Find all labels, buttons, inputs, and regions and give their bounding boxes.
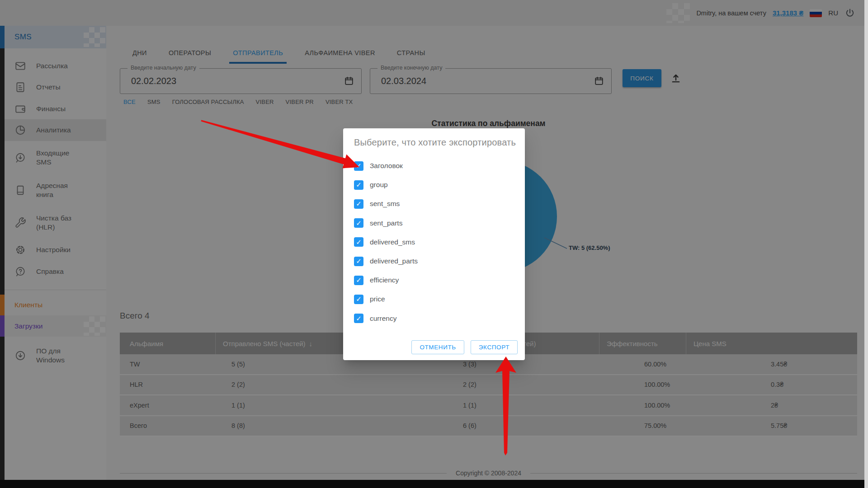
option-delivered-parts[interactable]: ✓ delivered_parts bbox=[354, 252, 514, 271]
option-price[interactable]: ✓ price bbox=[354, 290, 514, 309]
dialog-title: Выберите, что хотите экспортировать bbox=[354, 137, 516, 148]
option-label: sent_parts bbox=[370, 219, 402, 227]
option-label: delivered_parts bbox=[370, 257, 418, 265]
checkbox-checked-icon[interactable]: ✓ bbox=[354, 314, 363, 323]
option-sent-sms[interactable]: ✓ sent_sms bbox=[354, 194, 514, 213]
option-label: price bbox=[370, 295, 385, 303]
export-dialog: Выберите, что хотите экспортировать ✓ За… bbox=[343, 128, 525, 360]
checkbox-checked-icon[interactable]: ✓ bbox=[354, 161, 363, 171]
option-label: currency bbox=[370, 314, 396, 323]
checkbox-checked-icon[interactable]: ✓ bbox=[354, 199, 363, 209]
option-zagolovok[interactable]: ✓ Заголовок bbox=[354, 156, 514, 175]
option-currency[interactable]: ✓ currency bbox=[354, 309, 514, 328]
dialog-buttons: ОТМЕНИТЬ ЭКСПОРТ bbox=[411, 340, 518, 354]
option-label: Заголовок bbox=[370, 162, 403, 170]
option-group[interactable]: ✓ group bbox=[354, 175, 514, 194]
browser-scrollbar[interactable] bbox=[864, 0, 868, 488]
export-options-list: ✓ Заголовок ✓ group ✓ sent_sms ✓ sent_pa… bbox=[354, 156, 514, 328]
option-delivered-sms[interactable]: ✓ delivered_sms bbox=[354, 233, 514, 252]
option-label: efficiency bbox=[370, 276, 399, 284]
option-sent-parts[interactable]: ✓ sent_parts bbox=[354, 214, 514, 233]
checkbox-checked-icon[interactable]: ✓ bbox=[354, 257, 363, 266]
option-label: sent_sms bbox=[370, 200, 400, 208]
option-label: delivered_sms bbox=[370, 238, 415, 246]
checkbox-checked-icon[interactable]: ✓ bbox=[354, 218, 363, 228]
checkbox-checked-icon[interactable]: ✓ bbox=[354, 276, 363, 285]
option-label: group bbox=[370, 181, 388, 189]
checkbox-checked-icon[interactable]: ✓ bbox=[354, 237, 363, 247]
app-screen: Dmitry, на вашем счету 31,3183 ₴ RU SMS … bbox=[0, 0, 868, 488]
option-efficiency[interactable]: ✓ efficiency bbox=[354, 271, 514, 290]
checkbox-checked-icon[interactable]: ✓ bbox=[354, 295, 363, 304]
export-button[interactable]: ЭКСПОРТ bbox=[471, 340, 518, 354]
checkbox-checked-icon[interactable]: ✓ bbox=[354, 180, 363, 190]
cancel-button[interactable]: ОТМЕНИТЬ bbox=[411, 340, 464, 354]
